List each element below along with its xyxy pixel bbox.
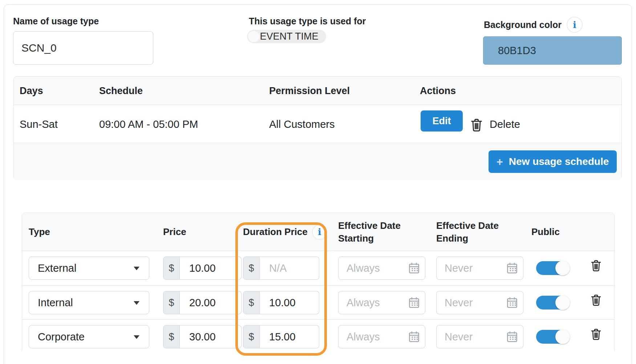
background-color-info-icon[interactable]: i [567, 17, 583, 33]
duration-price-input-group: $ [243, 256, 319, 280]
effective-start-field [338, 256, 425, 280]
price-input-group: $ [163, 325, 242, 348]
trash-icon [590, 259, 602, 272]
col-header-price: Price [163, 213, 186, 251]
price-input[interactable] [180, 325, 242, 348]
name-of-usage-type-label: Name of usage type [13, 16, 99, 27]
effective-start-input[interactable] [338, 256, 425, 280]
usage-type-settings-page: Name of usage type This usage type is us… [0, 0, 636, 364]
currency-prefix: $ [243, 291, 260, 314]
pricing-row-corporate: Corporate $ $ [22, 319, 614, 354]
price-input-group: $ [163, 291, 242, 314]
type-select[interactable]: External [29, 256, 149, 280]
duration-price-input[interactable] [260, 325, 319, 348]
col-header-type: Type [29, 213, 50, 251]
effective-end-input[interactable] [436, 256, 523, 280]
delete-schedule-label[interactable]: Delete [490, 105, 520, 143]
pricing-table: Type Price Duration Price i Effective Da… [22, 213, 615, 354]
type-select[interactable]: Internal [29, 291, 149, 314]
new-usage-schedule-button[interactable]: + New usage schedule [489, 150, 617, 173]
background-color-input[interactable] [483, 36, 622, 65]
chevron-down-icon [134, 335, 139, 339]
usage-type-name-input[interactable] [13, 31, 153, 65]
duration-price-input[interactable] [260, 291, 319, 314]
schedule-row: Sun-Sat 09:00 AM - 05:00 PM All Customer… [14, 105, 621, 143]
plus-icon: + [497, 156, 503, 167]
effective-start-line2: Starting [338, 232, 374, 245]
schedule-table-footer: + New usage schedule [14, 143, 621, 180]
schedule-row-days: Sun-Sat [20, 105, 58, 143]
public-toggle[interactable] [536, 330, 570, 344]
type-select[interactable]: Corporate [29, 325, 149, 348]
type-select-value: External [38, 262, 76, 274]
background-color-label: Background color [484, 20, 562, 30]
effective-end-field [436, 325, 523, 348]
col-header-schedule: Schedule [99, 77, 143, 105]
chevron-down-icon [134, 267, 139, 270]
pricing-table-header: Type Price Duration Price i Effective Da… [22, 213, 614, 251]
pricing-row-external: External $ $ [22, 251, 614, 285]
effective-start-input[interactable] [338, 291, 425, 314]
delete-price-row-button[interactable] [587, 291, 605, 310]
col-header-effective-start: Effective Date Starting [338, 213, 401, 251]
toggle-knob [555, 261, 570, 275]
effective-start-field [338, 291, 425, 314]
schedule-row-permission: All Customers [269, 105, 335, 143]
trash-icon [590, 294, 602, 307]
chevron-down-icon [134, 301, 139, 305]
currency-prefix: $ [163, 256, 180, 280]
used-for-pill[interactable]: EVENT TIME [247, 30, 326, 43]
type-select-value: Internal [38, 297, 73, 309]
public-toggle[interactable] [536, 296, 570, 310]
col-header-days: Days [20, 77, 43, 105]
used-for-value: EVENT TIME [255, 31, 318, 42]
effective-end-input[interactable] [436, 325, 523, 348]
public-toggle[interactable] [536, 261, 570, 275]
background-color-label-row: Background color i [484, 15, 583, 35]
col-header-public: Public [531, 213, 560, 251]
price-input-group: $ [163, 256, 242, 280]
usage-schedule-table: Days Schedule Permission Level Actions S… [13, 76, 622, 180]
used-for-label: This usage type is used for [249, 16, 366, 27]
schedule-table-header: Days Schedule Permission Level Actions [14, 77, 621, 105]
price-input[interactable] [180, 291, 242, 314]
effective-start-field [338, 325, 425, 348]
duration-price-input[interactable] [260, 256, 319, 280]
pill-knob [248, 31, 259, 42]
trash-icon [470, 118, 483, 132]
type-select-value: Corporate [38, 331, 85, 343]
currency-prefix: $ [163, 325, 180, 348]
col-header-actions: Actions [420, 77, 456, 105]
trash-icon [590, 328, 602, 341]
currency-prefix: $ [163, 291, 180, 314]
effective-end-line2: Ending [436, 232, 468, 245]
delete-schedule-trash-button[interactable] [469, 117, 485, 133]
col-header-permission: Permission Level [269, 77, 350, 105]
toggle-knob [555, 329, 570, 344]
effective-end-line1: Effective Date [436, 219, 499, 232]
delete-price-row-button[interactable] [587, 325, 605, 344]
schedule-row-hours: 09:00 AM - 05:00 PM [99, 105, 198, 143]
edit-schedule-button[interactable]: Edit [421, 110, 463, 132]
effective-start-line1: Effective Date [338, 219, 401, 232]
toggle-knob [555, 295, 570, 310]
effective-end-input[interactable] [436, 291, 523, 314]
info-glyph: i [573, 20, 576, 29]
delete-price-row-button[interactable] [587, 256, 605, 275]
col-header-effective-end: Effective Date Ending [436, 213, 499, 251]
effective-end-field [436, 291, 523, 314]
duration-price-info-icon[interactable]: i [312, 225, 327, 240]
effective-start-input[interactable] [338, 325, 425, 348]
currency-prefix: $ [243, 325, 260, 348]
duration-price-input-group: $ [243, 325, 319, 348]
currency-prefix: $ [243, 256, 260, 280]
duration-price-label: Duration Price [243, 226, 308, 238]
pricing-row-internal: Internal $ $ [22, 285, 614, 319]
duration-price-input-group: $ [243, 291, 319, 314]
col-header-duration-price: Duration Price i [243, 213, 327, 251]
info-glyph: i [318, 227, 321, 236]
new-usage-schedule-label: New usage schedule [509, 156, 609, 167]
price-input[interactable] [180, 256, 242, 280]
effective-end-field [436, 256, 523, 280]
